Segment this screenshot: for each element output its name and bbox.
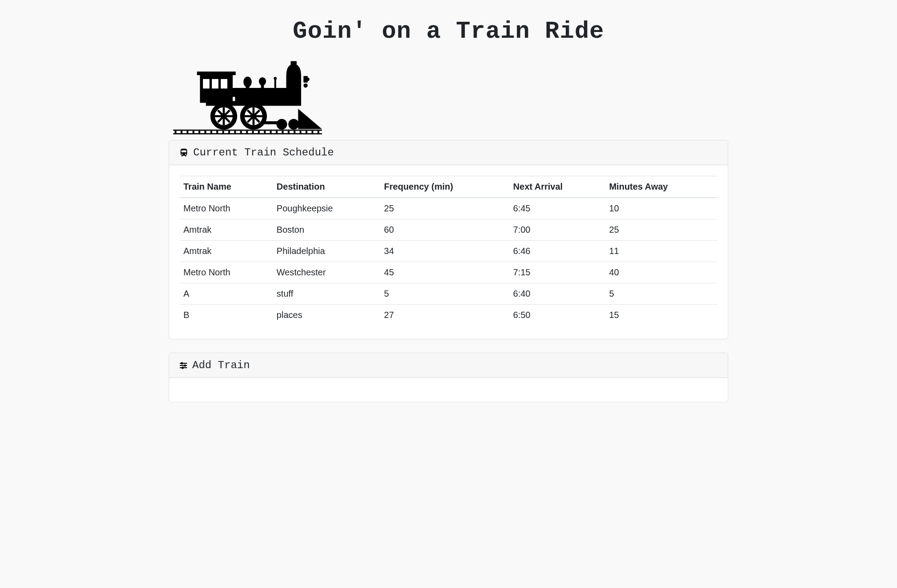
svg-rect-5 [193,131,194,133]
table-cell: 25 [381,198,510,219]
col-minutes-away: Minutes Away [606,176,717,198]
svg-rect-3 [181,131,183,133]
table-row: Astuff56:405 [180,283,717,305]
add-train-card-title: Add Train [192,359,250,371]
svg-marker-27 [298,109,322,129]
table-cell: 45 [381,262,510,283]
svg-rect-12 [234,131,236,133]
svg-point-61 [303,83,307,87]
svg-rect-56 [274,79,276,88]
table-row: AmtrakBoston607:0025 [180,219,717,241]
table-cell: 15 [606,305,717,326]
col-destination: Destination [273,176,381,198]
svg-rect-25 [312,131,314,133]
table-cell: 27 [381,305,510,326]
table-row: Bplaces276:5015 [180,305,717,326]
svg-rect-6 [198,131,200,133]
table-cell: 7:15 [510,262,606,283]
add-train-card-header: Add Train [169,353,728,378]
table-cell: 10 [606,198,717,219]
table-cell: 6:45 [510,198,606,219]
svg-point-57 [274,77,277,80]
table-cell: Westchester [273,262,381,283]
table-cell: stuff [273,283,381,305]
svg-rect-24 [306,131,307,133]
sliders-icon [179,361,188,370]
svg-rect-18 [270,131,272,133]
svg-rect-26 [318,131,319,133]
table-cell: Boston [273,219,381,241]
table-cell: Poughkeepsie [273,198,381,219]
svg-rect-21 [288,131,290,133]
table-cell: Philadelphia [273,241,381,262]
table-cell: 5 [606,283,717,305]
svg-rect-10 [222,131,224,133]
table-cell: Metro North [180,262,273,283]
table-row: AmtrakPhiladelphia346:4611 [180,241,717,262]
col-next-arrival: Next Arrival [510,176,606,198]
svg-rect-2 [175,131,176,133]
schedule-card-header: Current Train Schedule [169,140,728,165]
svg-rect-17 [264,131,266,133]
svg-rect-11 [228,131,230,133]
table-cell: 34 [381,241,510,262]
table-cell: 11 [606,241,717,262]
table-cell: Amtrak [180,241,273,262]
svg-rect-0 [173,130,322,131]
table-cell: 60 [381,219,510,241]
svg-rect-9 [216,131,218,133]
table-cell: 6:40 [510,283,606,305]
svg-rect-19 [276,131,278,133]
page-container: Goin' on a Train Ride [169,0,728,425]
table-cell: 6:50 [510,305,606,326]
table-cell: B [180,305,273,326]
svg-rect-20 [282,131,284,133]
page-title: Goin' on a Train Ride [169,18,728,45]
svg-point-67 [182,367,183,368]
svg-rect-4 [187,131,188,133]
svg-rect-55 [261,81,264,88]
table-cell: 6:46 [510,241,606,262]
table-cell: A [180,283,273,305]
svg-rect-22 [294,131,295,133]
train-illustration [169,58,728,140]
schedule-card-body: Train Name Destination Frequency (min) N… [169,165,728,339]
svg-rect-13 [240,131,242,133]
table-cell: places [273,305,381,326]
svg-rect-15 [252,131,254,133]
svg-rect-48 [203,79,210,88]
svg-rect-58 [291,61,297,65]
add-train-card-body [169,378,728,402]
add-train-card: Add Train [169,353,728,402]
svg-point-60 [306,78,310,81]
schedule-table: Train Name Destination Frequency (min) N… [180,176,717,326]
svg-rect-1 [173,133,322,135]
table-header-row: Train Name Destination Frequency (min) N… [180,176,717,198]
svg-rect-51 [197,72,236,75]
table-cell: Amtrak [180,219,273,241]
svg-point-65 [181,362,183,364]
svg-point-29 [288,119,299,130]
col-frequency: Frequency (min) [381,176,510,198]
col-train-name: Train Name [180,176,273,198]
svg-rect-14 [246,131,248,133]
table-cell: 40 [606,262,717,283]
table-cell: Metro North [180,198,273,219]
svg-rect-47 [200,75,233,103]
table-cell: 5 [381,283,510,305]
svg-point-66 [184,365,186,366]
table-row: Metro NorthWestchester457:1540 [180,262,717,283]
schedule-card-title: Current Train Schedule [193,147,334,159]
svg-rect-50 [221,79,227,88]
svg-rect-23 [300,131,302,133]
svg-rect-49 [212,79,218,88]
schedule-card: Current Train Schedule Train Name Destin… [169,140,728,339]
svg-rect-16 [258,131,260,133]
svg-rect-8 [210,131,212,133]
subway-icon [179,148,189,158]
table-row: Metro NorthPoughkeepsie256:4510 [180,198,717,219]
table-cell: 7:00 [510,219,606,241]
svg-rect-7 [204,131,206,133]
svg-rect-53 [246,82,249,88]
table-cell: 25 [606,219,717,241]
